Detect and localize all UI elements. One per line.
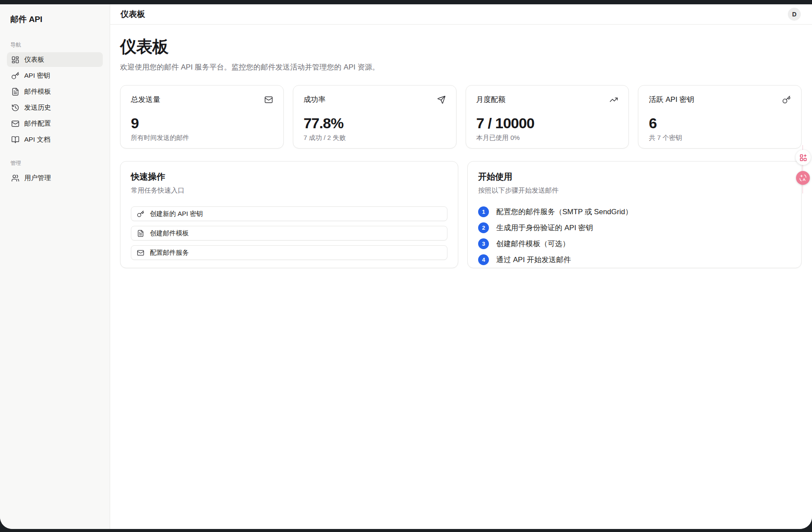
- file-text-icon: [11, 88, 19, 96]
- stat-card-total-sent: 总发送量 9 所有时间发送的邮件: [120, 85, 284, 149]
- stat-title: 成功率: [304, 95, 326, 104]
- page-title: 仪表板: [120, 36, 802, 58]
- top-header: 仪表板 D: [110, 4, 812, 25]
- mail-icon: [264, 95, 273, 104]
- dashboard-icon: [11, 56, 19, 64]
- sidebar-item-label: 邮件模板: [24, 87, 51, 96]
- configure-mail-service-button[interactable]: 配置邮件服务: [131, 245, 447, 260]
- quick-actions-title: 快速操作: [131, 171, 447, 183]
- sidebar-item-dashboard[interactable]: 仪表板: [7, 52, 103, 67]
- sidebar-item-api-docs[interactable]: API 文档: [7, 132, 103, 147]
- nav-section-admin: 管理 用户管理: [7, 160, 103, 185]
- sidebar-item-label: API 文档: [24, 135, 50, 144]
- stat-value: 9: [131, 115, 273, 132]
- sidebar-item-label: 仪表板: [24, 55, 44, 64]
- step-label: 通过 API 开始发送邮件: [496, 255, 571, 265]
- stat-title: 活跃 API 密钥: [649, 95, 694, 104]
- app-title: 邮件 API: [7, 10, 103, 25]
- step-number-badge: 2: [478, 222, 489, 233]
- avatar[interactable]: D: [788, 8, 801, 21]
- key-icon: [137, 210, 144, 218]
- sidebar: 邮件 API 导航 仪表板 API 密钥 邮件模板 发送历史 邮件配置: [0, 4, 110, 529]
- nav-section-navigation: 导航 仪表板 API 密钥 邮件模板 发送历史 邮件配置: [7, 41, 103, 147]
- action-label: 配置邮件服务: [150, 249, 189, 257]
- extension-grid-sparkle-button[interactable]: [796, 150, 811, 165]
- getting-started-title: 开始使用: [478, 171, 791, 183]
- quick-actions-subtitle: 常用任务快速入口: [131, 186, 447, 195]
- sidebar-item-label: 用户管理: [24, 174, 51, 183]
- sidebar-item-label: API 密钥: [24, 71, 50, 80]
- sidebar-item-label: 发送历史: [24, 103, 51, 112]
- stat-subtext: 所有时间发送的邮件: [131, 134, 273, 142]
- step-number-badge: 4: [478, 254, 489, 265]
- trending-up-icon: [609, 95, 618, 104]
- sidebar-item-label: 邮件配置: [24, 119, 51, 128]
- stat-card-success-rate: 成功率 77.8% 7 成功 / 2 失败: [293, 85, 457, 149]
- getting-started-subtitle: 按照以下步骤开始发送邮件: [478, 186, 791, 195]
- create-template-button[interactable]: 创建邮件模板: [131, 226, 447, 241]
- svg-text:A: A: [802, 177, 806, 182]
- stat-card-active-api-keys: 活跃 API 密钥 6 共 7 个密钥: [638, 85, 802, 149]
- step-row: 2 生成用于身份验证的 API 密钥: [478, 222, 791, 233]
- step-label: 创建邮件模板（可选）: [496, 239, 570, 249]
- stat-card-monthly-quota: 月度配额 7 / 10000 本月已使用 0%: [466, 85, 629, 149]
- step-number-badge: 3: [478, 238, 489, 249]
- send-icon: [437, 95, 446, 104]
- key-icon: [11, 72, 19, 80]
- panels-row: 快速操作 常用任务快速入口 创建新的 API 密钥 创建邮件模板: [120, 161, 802, 268]
- page-content: 仪表板 欢迎使用您的邮件 API 服务平台。监控您的邮件发送活动并管理您的 AP…: [110, 25, 812, 268]
- file-text-icon: [137, 230, 144, 237]
- sidebar-item-api-keys[interactable]: API 密钥: [7, 68, 103, 83]
- stat-title: 月度配额: [476, 95, 506, 104]
- users-icon: [11, 174, 19, 182]
- getting-started-card: 开始使用 按照以下步骤开始发送邮件 1 配置您的邮件服务（SMTP 或 Send…: [467, 161, 802, 268]
- stat-value: 6: [649, 115, 791, 132]
- stats-row: 总发送量 9 所有时间发送的邮件 成功率 77.8% 7 成功 / 2 失败: [120, 85, 802, 149]
- stat-subtext: 7 成功 / 2 失败: [304, 134, 446, 142]
- create-api-key-button[interactable]: 创建新的 API 密钥: [131, 206, 447, 221]
- sidebar-item-mail-config[interactable]: 邮件配置: [7, 116, 103, 131]
- app-window: 邮件 API 导航 仪表板 API 密钥 邮件模板 发送历史 邮件配置: [0, 4, 812, 529]
- nav-section-label: 导航: [7, 41, 103, 52]
- stat-title: 总发送量: [131, 95, 160, 104]
- key-icon: [782, 95, 791, 104]
- grid-sparkle-icon: [799, 153, 808, 162]
- step-row: 4 通过 API 开始发送邮件: [478, 254, 791, 265]
- sidebar-item-user-management[interactable]: 用户管理: [7, 171, 103, 185]
- book-open-icon: [11, 136, 19, 144]
- sidebar-item-templates[interactable]: 邮件模板: [7, 84, 103, 99]
- sidebar-item-send-history[interactable]: 发送历史: [7, 100, 103, 115]
- extension-translate-button[interactable]: A: [796, 171, 810, 185]
- header-title: 仪表板: [121, 9, 145, 20]
- nav-section-label: 管理: [7, 160, 103, 171]
- step-row: 3 创建邮件模板（可选）: [478, 238, 791, 249]
- history-icon: [11, 104, 19, 112]
- step-label: 生成用于身份验证的 API 密钥: [496, 223, 593, 233]
- page-subtitle: 欢迎使用您的邮件 API 服务平台。监控您的邮件发送活动并管理您的 API 资源…: [120, 62, 802, 72]
- step-number-badge: 1: [478, 206, 489, 217]
- stat-value: 77.8%: [304, 115, 446, 132]
- action-label: 创建新的 API 密钥: [150, 210, 203, 218]
- action-label: 创建邮件模板: [150, 229, 189, 238]
- translate-icon: A: [799, 174, 807, 182]
- step-label: 配置您的邮件服务（SMTP 或 SendGrid）: [496, 207, 632, 217]
- stat-subtext: 共 7 个密钥: [649, 134, 791, 142]
- stat-subtext: 本月已使用 0%: [476, 134, 619, 142]
- main-area: 仪表板 D 仪表板 欢迎使用您的邮件 API 服务平台。监控您的邮件发送活动并管…: [110, 4, 812, 529]
- quick-actions-card: 快速操作 常用任务快速入口 创建新的 API 密钥 创建邮件模板: [120, 161, 458, 268]
- step-row: 1 配置您的邮件服务（SMTP 或 SendGrid）: [478, 206, 791, 217]
- mail-icon: [11, 120, 19, 128]
- stat-value: 7 / 10000: [476, 115, 619, 132]
- mail-icon: [137, 249, 144, 256]
